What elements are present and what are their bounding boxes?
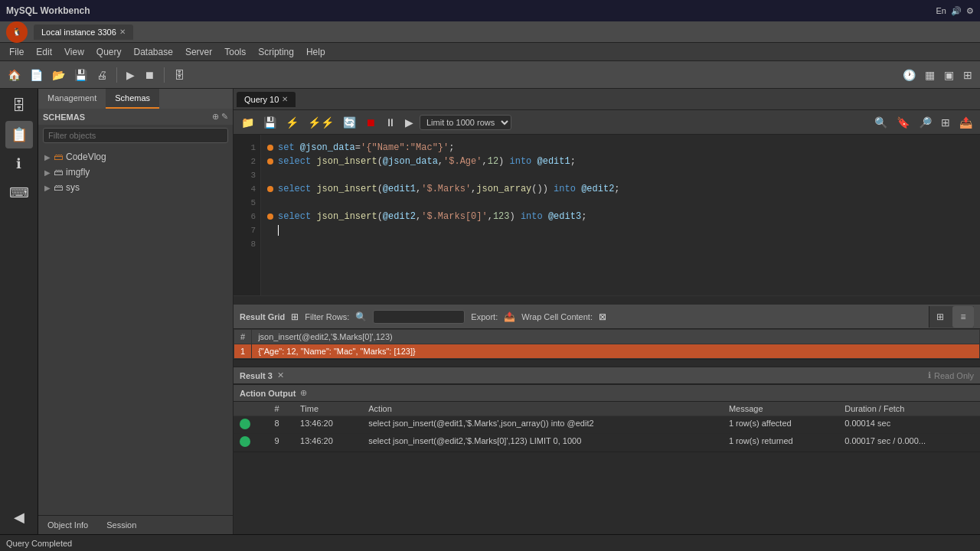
breakpoint-1[interactable] bbox=[267, 145, 273, 151]
schema-item-codevlog[interactable]: ▶ 🗃 CodeVlog bbox=[38, 149, 233, 165]
query-zoom-btn[interactable]: 🔎 bbox=[916, 115, 935, 130]
instance-tab[interactable]: Local instance 3306 ✕ bbox=[34, 24, 133, 40]
sidebar-tab-session[interactable]: Session bbox=[97, 516, 145, 534]
menu-server[interactable]: Server bbox=[179, 45, 218, 59]
action-row-1: 8 13:46:20 select json_insert(@edit1,'$.… bbox=[234, 416, 980, 434]
sidebar-tab-management[interactable]: Management bbox=[38, 89, 106, 109]
schema-arrow-imgfly: ▶ bbox=[44, 168, 51, 177]
wrap-icon: ⊠ bbox=[599, 311, 606, 322]
toolbar-schema-btn[interactable]: 🗄 bbox=[171, 67, 188, 83]
action-row-2-action: select json_insert(@edit2,'$.Marks[0]',1… bbox=[362, 434, 723, 452]
query-open-btn[interactable]: 📁 bbox=[238, 115, 257, 130]
left-icon-query[interactable]: 📋 bbox=[5, 121, 33, 148]
app-title: MySQL Workbench bbox=[6, 5, 90, 16]
menu-bar: File Edit View Query Database Server Too… bbox=[0, 43, 980, 61]
line-num-4: 4 bbox=[234, 182, 260, 196]
toolbar-print-btn[interactable]: 🖨 bbox=[93, 67, 110, 83]
left-icon-schemas[interactable]: 🗄 bbox=[5, 92, 33, 119]
sidebar-tab-object-info[interactable]: Object Info bbox=[38, 516, 97, 534]
toolbar-stop-btn[interactable]: ⏹ bbox=[141, 67, 158, 83]
menu-query[interactable]: Query bbox=[90, 45, 128, 59]
menu-edit[interactable]: Edit bbox=[30, 45, 58, 59]
code-content[interactable]: set @json_data='{"Name":"Mac"}'; select … bbox=[261, 135, 980, 295]
result-h-scrollbar[interactable] bbox=[234, 359, 980, 367]
left-icon-terminal[interactable]: ⌨ bbox=[5, 179, 33, 207]
sidebar-header: SCHEMAS ⊕ ✎ bbox=[38, 109, 233, 125]
action-row-1-time: 13:46:20 bbox=[294, 416, 362, 434]
query-bookmark-btn[interactable]: 🔖 bbox=[893, 115, 913, 130]
breakpoint-6[interactable] bbox=[267, 214, 273, 220]
limit-dropdown[interactable]: Limit to 1000 rows bbox=[420, 115, 511, 130]
breakpoint-2[interactable] bbox=[267, 158, 273, 165]
menu-file[interactable]: File bbox=[3, 45, 30, 59]
action-output-expand-btn[interactable]: ⊕ bbox=[300, 388, 307, 398]
query-run-btn[interactable]: ⚡ bbox=[283, 115, 302, 130]
wrap-label: Wrap Cell Content: bbox=[521, 312, 593, 321]
query-export-btn[interactable]: 📤 bbox=[956, 115, 975, 130]
query-stop-btn[interactable]: ⏹ bbox=[362, 115, 379, 130]
menu-database[interactable]: Database bbox=[128, 45, 179, 59]
toolbar-new-btn[interactable]: 📄 bbox=[27, 67, 46, 83]
query-layout-btn[interactable]: ⊞ bbox=[938, 115, 953, 130]
query-tab-10[interactable]: Query 10 ✕ bbox=[237, 92, 296, 107]
result-view-table-btn[interactable]: ≡ bbox=[952, 306, 974, 328]
query-exec-btn[interactable]: ▶ bbox=[402, 115, 416, 130]
left-icon-info[interactable]: ℹ bbox=[5, 150, 33, 178]
filter-rows-label: Filter Rows: bbox=[305, 312, 349, 321]
query-stop2-btn[interactable]: ⏸ bbox=[382, 115, 399, 130]
filter-objects-input[interactable] bbox=[43, 128, 228, 143]
query-tab-close[interactable]: ✕ bbox=[282, 95, 288, 103]
sidebar-tab-schemas[interactable]: Schemas bbox=[106, 89, 159, 109]
code-line-3 bbox=[267, 168, 974, 182]
menu-tools[interactable]: Tools bbox=[218, 45, 252, 59]
code-editor[interactable]: 1 2 3 4 5 6 7 8 set @json_data='{"Name":… bbox=[234, 135, 980, 295]
action-col-message: Message bbox=[723, 402, 838, 416]
toolbar-layout1-btn[interactable]: ▦ bbox=[922, 67, 938, 83]
instance-tab-bar: 🐧 Local instance 3306 ✕ bbox=[0, 21, 980, 43]
menu-help[interactable]: Help bbox=[300, 45, 332, 59]
result-3-close-btn[interactable]: ✕ bbox=[277, 370, 284, 380]
info-icon: ℹ bbox=[928, 370, 931, 380]
ubuntu-icon[interactable]: 🐧 bbox=[6, 21, 28, 43]
query-save-btn[interactable]: 💾 bbox=[260, 115, 279, 130]
query-tab-label: Query 10 bbox=[244, 95, 279, 104]
action-h-scrollbar[interactable] bbox=[234, 452, 980, 459]
left-icon-bottom1[interactable]: ◀ bbox=[5, 504, 33, 531]
menu-scripting[interactable]: Scripting bbox=[252, 45, 300, 59]
line-num-2: 2 bbox=[234, 155, 260, 168]
filter-rows-input[interactable] bbox=[373, 310, 465, 324]
toolbar-layout3-btn[interactable]: ⊞ bbox=[960, 67, 975, 83]
result-grid-title: Result Grid bbox=[240, 312, 285, 321]
schema-icon-codevlog: 🗃 bbox=[54, 152, 63, 162]
result-row-1[interactable]: 1 {"Age": 12, "Name": "Mac", "Marks": [1… bbox=[234, 344, 980, 359]
result-view-grid-btn[interactable]: ⊞ bbox=[929, 306, 951, 328]
code-line-8 bbox=[267, 237, 974, 251]
action-output-table: # Time Action Message Duration / Fetch bbox=[234, 402, 980, 452]
menu-view[interactable]: View bbox=[58, 45, 90, 59]
toolbar-clock-icon[interactable]: 🕐 bbox=[900, 67, 919, 83]
export-label: Export: bbox=[471, 312, 498, 321]
query-refresh-btn[interactable]: 🔄 bbox=[340, 115, 359, 130]
code-line-7 bbox=[267, 223, 974, 237]
result-grid-container: # json_insert(@edit2,'$.Marks[0]',123) 1… bbox=[234, 329, 980, 359]
editor-h-scrollbar[interactable] bbox=[234, 295, 980, 305]
editor-results: 1 2 3 4 5 6 7 8 set @json_data='{"Name":… bbox=[234, 135, 980, 534]
action-row-1-num: 8 bbox=[268, 416, 294, 434]
schema-item-imgfly[interactable]: ▶ 🗃 imgfly bbox=[38, 165, 233, 180]
toolbar-open-btn[interactable]: 📂 bbox=[49, 67, 68, 83]
toolbar-save-btn[interactable]: 💾 bbox=[71, 67, 90, 83]
toolbar-home-btn[interactable]: 🏠 bbox=[5, 67, 24, 83]
toolbar-execute-btn[interactable]: ▶ bbox=[123, 67, 138, 83]
query-search-btn[interactable]: 🔍 bbox=[871, 115, 890, 130]
schema-name-imgfly: imgfly bbox=[66, 167, 90, 178]
action-output-container: # Time Action Message Duration / Fetch bbox=[234, 402, 980, 452]
toolbar-layout2-btn[interactable]: ▣ bbox=[941, 67, 957, 83]
breakpoint-4[interactable] bbox=[267, 186, 273, 192]
os-audio-icon: 🔊 bbox=[951, 6, 962, 16]
text-cursor bbox=[278, 225, 279, 236]
instance-tab-close[interactable]: ✕ bbox=[119, 28, 126, 36]
main-wrapper: Query 10 ✕ 📁 💾 ⚡ ⚡⚡ 🔄 ⏹ ⏸ ▶ Limit to 100… bbox=[234, 89, 980, 534]
schema-item-sys[interactable]: ▶ 🗃 sys bbox=[38, 180, 233, 195]
os-en-label: En bbox=[936, 6, 946, 15]
query-run-all-btn[interactable]: ⚡⚡ bbox=[305, 115, 337, 130]
